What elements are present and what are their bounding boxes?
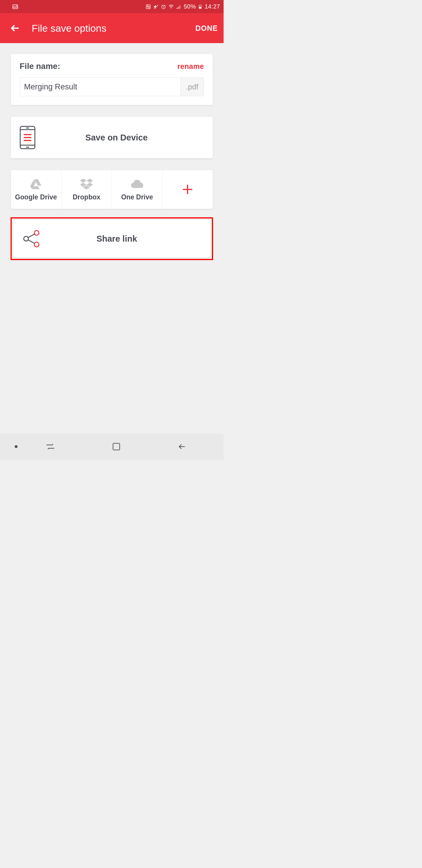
content: File name: rename .pdf Save on Device Go… <box>0 43 224 271</box>
svg-rect-9 <box>200 7 201 8</box>
plus-icon <box>182 184 193 195</box>
svg-line-24 <box>28 240 35 243</box>
android-nav-bar <box>0 433 224 460</box>
mute-icon <box>153 4 159 9</box>
done-button[interactable]: DONE <box>195 24 218 33</box>
svg-rect-8 <box>200 5 201 5</box>
battery-icon <box>198 3 202 10</box>
back-icon[interactable] <box>10 23 20 33</box>
dropbox-label: Dropbox <box>73 193 100 201</box>
cloud-row: Google Drive Dropbox One Drive <box>10 170 213 209</box>
google-drive-button[interactable]: Google Drive <box>11 170 62 209</box>
nav-dot <box>15 445 18 448</box>
share-link-button[interactable]: Share link <box>13 220 211 258</box>
svg-point-21 <box>34 230 39 235</box>
onedrive-button[interactable]: One Drive <box>112 170 163 209</box>
page-title: File save options <box>32 23 195 34</box>
status-bar: 50% 14:27 <box>0 0 224 13</box>
save-on-device-label: Save on Device <box>44 133 204 143</box>
dropbox-button[interactable]: Dropbox <box>62 170 112 209</box>
svg-point-6 <box>171 8 171 8</box>
google-drive-icon <box>28 178 44 190</box>
file-name-label: File name: <box>20 62 60 71</box>
file-name-input[interactable] <box>20 78 180 96</box>
svg-rect-0 <box>13 5 18 8</box>
clock: 14:27 <box>204 3 220 10</box>
signal-icon <box>176 4 182 9</box>
back-button[interactable] <box>176 441 188 452</box>
gallery-icon <box>12 4 18 10</box>
svg-rect-25 <box>113 443 120 450</box>
rename-button[interactable]: rename <box>177 62 204 71</box>
alarm-icon <box>161 4 166 9</box>
recents-button[interactable] <box>45 441 56 452</box>
save-on-device-button[interactable]: Save on Device <box>10 116 213 159</box>
app-bar: File save options DONE <box>0 13 224 43</box>
add-cloud-button[interactable] <box>163 170 213 209</box>
svg-point-22 <box>34 242 39 247</box>
svg-line-23 <box>28 234 35 238</box>
device-icon <box>20 126 35 149</box>
nfc-icon <box>145 4 151 9</box>
file-name-card: File name: rename .pdf <box>10 54 213 105</box>
svg-point-1 <box>16 5 17 6</box>
share-link-highlight: Share link <box>10 217 213 260</box>
dropbox-icon <box>79 178 94 190</box>
onedrive-label: One Drive <box>121 193 153 201</box>
share-icon <box>22 229 41 248</box>
file-name-row: .pdf <box>20 78 204 96</box>
share-link-label: Share link <box>50 234 202 244</box>
file-extension: .pdf <box>180 78 204 96</box>
onedrive-icon <box>130 178 145 190</box>
wifi-icon <box>168 4 174 9</box>
home-button[interactable] <box>111 441 122 452</box>
google-drive-label: Google Drive <box>15 193 57 201</box>
svg-point-20 <box>24 236 28 241</box>
battery-pct: 50% <box>184 3 196 10</box>
